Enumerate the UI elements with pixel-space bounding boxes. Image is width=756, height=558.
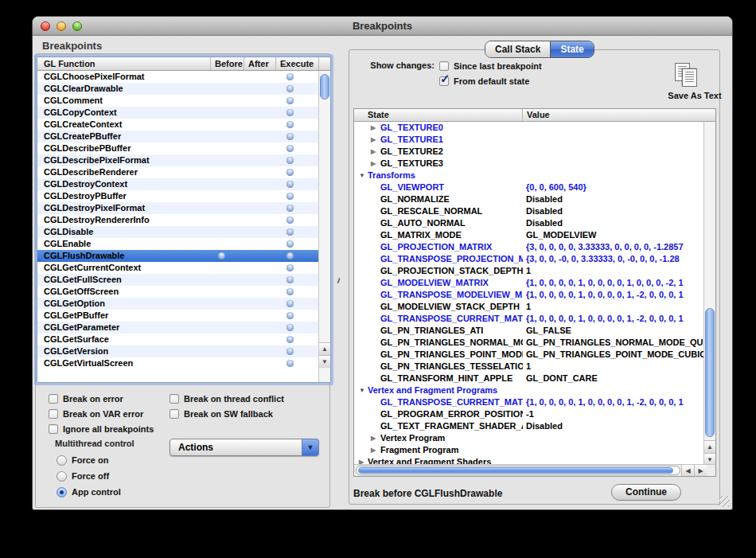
checkbox-box[interactable]: ✓ [439, 76, 449, 86]
gl-function-row[interactable]: CGLDescribePBuffer [37, 142, 319, 154]
save-as-text-button[interactable] [675, 63, 700, 88]
state-row[interactable]: GL_AUTO_NORMALDisabled [354, 217, 705, 229]
state-row[interactable]: ▶Fragment Program [354, 444, 705, 456]
execute-orb-icon[interactable] [286, 85, 294, 92]
gl-function-row[interactable]: CGLGetOffScreen [37, 286, 319, 298]
scrollbar-track[interactable] [356, 466, 680, 475]
execute-orb-icon[interactable] [286, 157, 294, 164]
state-row[interactable]: ▶GL_TEXTURE2 [354, 146, 705, 158]
checkbox-from-default-state[interactable]: ✓ From default state [439, 76, 529, 87]
column-header-before[interactable]: Before [211, 57, 244, 70]
tab-call-stack[interactable]: Call Stack [485, 41, 550, 57]
state-row[interactable]: GL_PN_TRIANGLES_POINT_MODE_GL_PN_TRIANGL… [354, 349, 705, 361]
execute-orb-icon[interactable] [286, 336, 294, 343]
column-header-after[interactable]: After [244, 57, 276, 70]
checkbox-box[interactable]: ✓ [49, 409, 58, 419]
collapse-triangle-icon[interactable]: ▼ [359, 384, 365, 396]
scroll-left-button[interactable]: ◀ [681, 465, 694, 477]
gl-function-row[interactable]: CGLGetFullScreen [37, 274, 319, 286]
break-before-orb-icon[interactable] [218, 252, 225, 259]
state-row[interactable]: ▼Transforms [354, 170, 705, 181]
gl-function-row[interactable]: CGLChoosePixelFormat [37, 71, 319, 83]
column-header-value[interactable]: Value [523, 109, 715, 121]
execute-orb-icon[interactable] [286, 193, 294, 200]
gl-function-row[interactable]: CGLEnable [37, 238, 319, 250]
state-row[interactable]: GL_PN_TRIANGLES_NORMAL_MODGL_PN_TRIANGLE… [354, 337, 705, 349]
execute-orb-icon[interactable] [286, 264, 294, 271]
actions-popup-button[interactable]: Actions ▼ [170, 439, 319, 456]
column-header-gl-function[interactable]: GL Function [37, 57, 211, 70]
state-horizontal-scrollbar[interactable]: ◀ ▶ [354, 464, 715, 476]
checkbox-since-last-breakpoint[interactable]: ✓ Since last breakpoint [439, 60, 542, 72]
execute-orb-icon[interactable] [286, 276, 294, 283]
gl-function-row[interactable]: CGLClearDrawable [37, 83, 319, 95]
checkbox-box[interactable]: ✓ [170, 409, 179, 419]
gl-function-row[interactable]: CGLDisable [37, 226, 319, 238]
scroll-up-button[interactable]: ▲ [319, 342, 330, 355]
gl-function-row[interactable]: CGLGetSurface [37, 334, 319, 345]
expand-triangle-icon[interactable]: ▶ [371, 432, 376, 444]
checkbox-box[interactable]: ✓ [49, 424, 58, 434]
state-row[interactable]: GL_MODELVIEW_MATRIX{1, 0, 0, 0, 0, 1, 0,… [354, 277, 705, 289]
state-row[interactable]: GL_VIEWPORT{0, 0, 600, 540} [354, 181, 705, 193]
execute-orb-icon[interactable] [286, 133, 294, 140]
radio-button[interactable] [57, 471, 67, 482]
gl-function-row[interactable]: CGLDestroyRendererInfo [37, 214, 319, 226]
scroll-down-button[interactable]: ▼ [319, 355, 330, 368]
state-row[interactable]: ▶GL_TEXTURE0 [354, 122, 705, 134]
scrollbar-thumb[interactable] [358, 467, 673, 474]
state-row[interactable]: ▶Vertex Program [354, 432, 705, 444]
state-row[interactable]: GL_TRANSPOSE_CURRENT_MATRI{1, 0, 0, 0, 0… [354, 396, 705, 408]
execute-orb-icon[interactable] [286, 300, 294, 307]
state-row[interactable]: GL_MATRIX_MODEGL_MODELVIEW [354, 229, 705, 241]
expand-triangle-icon[interactable]: ▶ [371, 146, 376, 158]
execute-orb-icon[interactable] [286, 109, 294, 116]
state-row[interactable]: GL_MODELVIEW_STACK_DEPTH1 [354, 301, 705, 313]
execute-orb-icon[interactable] [286, 240, 294, 248]
gl-function-row[interactable]: CGLDestroyPixelFormat [37, 202, 319, 214]
gl-function-row[interactable]: CGLGetVersion [37, 345, 319, 357]
gl-function-row[interactable]: CGLGetPBuffer [37, 310, 319, 322]
execute-orb-icon[interactable] [286, 360, 294, 367]
execute-orb-icon[interactable] [286, 252, 294, 259]
continue-button[interactable]: Continue [611, 484, 681, 501]
radio-force-off[interactable]: Force off [57, 470, 109, 482]
execute-orb-icon[interactable] [286, 288, 294, 295]
execute-orb-icon[interactable] [286, 205, 294, 212]
gl-function-row[interactable]: CGLFlushDrawable [37, 250, 319, 262]
gl-function-row[interactable]: CGLGetVirtualScreen [37, 357, 319, 369]
expand-triangle-icon[interactable]: ▶ [371, 444, 376, 456]
state-row[interactable]: GL_NORMALIZEDisabled [354, 193, 705, 205]
expand-triangle-icon[interactable]: ▶ [371, 122, 376, 134]
scroll-up-button[interactable]: ▲ [704, 440, 715, 453]
expand-triangle-icon[interactable]: ▶ [371, 134, 376, 146]
column-header-execute[interactable]: Execute [276, 57, 319, 70]
radio-force-on[interactable]: Force on [57, 455, 108, 466]
collapse-triangle-icon[interactable]: ▼ [359, 170, 365, 181]
gl-function-row[interactable]: CGLComment [37, 95, 319, 107]
state-row[interactable]: GL_TRANSPOSE_CURRENT_MATRI{1, 0, 0, 0, 0… [354, 313, 705, 325]
expand-triangle-icon[interactable]: ▶ [371, 158, 376, 170]
gl-function-row[interactable]: CGLGetOption [37, 298, 319, 310]
gl-table-scrollbar[interactable]: ▲ ▼ [318, 71, 330, 382]
state-row[interactable]: GL_TRANSPOSE_PROJECTION_MAT{3, 0, 0, -0,… [354, 253, 705, 265]
scrollbar-thumb[interactable] [705, 308, 715, 437]
resize-grip-icon[interactable] [719, 496, 730, 507]
checkbox-break-on-thread-conflict[interactable]: ✓ Break on thread conflict [170, 393, 284, 404]
execute-orb-icon[interactable] [286, 217, 294, 224]
checkbox-box[interactable]: ✓ [49, 394, 58, 404]
radio-button[interactable] [57, 487, 67, 498]
gl-function-row[interactable]: CGLGetParameter [37, 322, 319, 334]
execute-orb-icon[interactable] [286, 97, 294, 104]
gl-function-row[interactable]: CGLGetCurrentContext [37, 262, 319, 274]
state-row[interactable]: ▶GL_TEXTURE1 [354, 134, 705, 146]
execute-orb-icon[interactable] [286, 121, 294, 128]
execute-orb-icon[interactable] [286, 324, 294, 331]
execute-orb-icon[interactable] [286, 312, 294, 319]
column-header-state[interactable]: State [354, 109, 523, 121]
execute-orb-icon[interactable] [286, 169, 294, 176]
gl-function-row[interactable]: CGLDestroyPBuffer [37, 190, 319, 202]
checkbox-box[interactable]: ✓ [439, 61, 449, 71]
execute-orb-icon[interactable] [286, 348, 294, 355]
execute-orb-icon[interactable] [286, 228, 294, 236]
